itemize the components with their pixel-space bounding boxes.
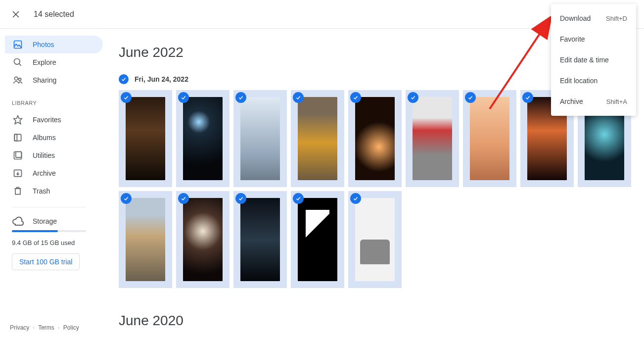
- svg-rect-8: [14, 134, 21, 141]
- utilities-icon: [12, 149, 24, 161]
- svg-rect-11: [16, 152, 22, 158]
- sidebar-item-label: Utilities: [33, 151, 55, 159]
- photo-image: [183, 198, 223, 281]
- context-menu-label: Edit date & time: [560, 56, 609, 64]
- storage-bar: [12, 230, 86, 232]
- sidebar-item-label: Albums: [33, 134, 56, 142]
- terms-link[interactable]: Terms: [38, 324, 54, 331]
- cloud-icon: [12, 215, 24, 227]
- footer-links: Privacy · Terms · Policy: [10, 324, 79, 331]
- date-label: Fri, Jun 24, 2022: [135, 75, 188, 83]
- archive-icon: [12, 167, 24, 179]
- album-icon: [12, 132, 24, 144]
- selection-header: 14 selected: [0, 0, 644, 29]
- selection-check-icon[interactable]: [121, 92, 132, 103]
- photo-thumbnail[interactable]: [119, 90, 172, 187]
- photo-image: [126, 97, 165, 180]
- photo-image: [355, 198, 395, 281]
- context-menu-label: Edit location: [560, 77, 598, 85]
- svg-marker-7: [14, 116, 22, 124]
- selection-check-icon[interactable]: [235, 193, 246, 204]
- selection-check-icon[interactable]: [121, 193, 132, 204]
- context-menu-label: Favorite: [560, 35, 585, 43]
- group-title: June 2020: [119, 313, 634, 329]
- sidebar-item-label: Favorites: [33, 116, 61, 124]
- sidebar-item-label: Sharing: [33, 76, 56, 84]
- photo-thumbnail[interactable]: [463, 90, 516, 187]
- sidebar-item-trash[interactable]: Trash: [5, 182, 103, 200]
- svg-line-4: [19, 64, 21, 66]
- selection-check-icon[interactable]: [293, 92, 304, 103]
- sidebar-item-utilities[interactable]: Utilities: [5, 146, 103, 164]
- context-menu-item-edit-location[interactable]: Edit location: [551, 70, 636, 91]
- search-icon: [12, 56, 24, 68]
- svg-rect-9: [14, 134, 17, 141]
- photo-image: [183, 97, 223, 180]
- selection-check-icon[interactable]: [235, 92, 246, 103]
- selection-check-icon[interactable]: [465, 92, 476, 103]
- photo-image: [126, 198, 165, 281]
- library-section-label: LIBRARY: [5, 89, 109, 111]
- sidebar-item-explore[interactable]: Explore: [5, 53, 103, 71]
- sidebar-item-label: Explore: [33, 58, 56, 66]
- photo-thumbnail[interactable]: [291, 191, 344, 288]
- privacy-link[interactable]: Privacy: [10, 324, 29, 331]
- photo-image: [413, 97, 452, 180]
- context-menu-item-edit-date-time[interactable]: Edit date & time: [551, 49, 636, 70]
- trash-icon: [12, 185, 24, 197]
- sidebar-item-sharing[interactable]: Sharing: [5, 71, 103, 89]
- photo-image: [240, 198, 280, 281]
- context-menu-shortcut: Shift+A: [606, 98, 627, 105]
- selection-check-icon[interactable]: [350, 92, 361, 103]
- sidebar-item-favorites[interactable]: Favorites: [5, 111, 103, 129]
- photo-image: [470, 97, 509, 180]
- context-menu: DownloadShift+DFavoriteEdit date & timeE…: [551, 4, 636, 116]
- svg-point-6: [19, 78, 21, 81]
- storage-used-text: 9.4 GB of 15 GB used: [12, 239, 109, 246]
- sidebar-item-storage[interactable]: Storage: [5, 207, 109, 230]
- sidebar-item-label: Storage: [33, 217, 57, 225]
- photo-image: [355, 97, 395, 180]
- svg-point-5: [14, 77, 18, 80]
- sidebar-item-label: Photos: [33, 41, 54, 49]
- sidebar-item-albums[interactable]: Albums: [5, 129, 103, 146]
- selection-check-icon[interactable]: [408, 92, 418, 103]
- image-icon: [12, 39, 24, 50]
- photo-thumbnail[interactable]: [233, 90, 287, 187]
- sidebar-item-photos[interactable]: Photos: [5, 36, 103, 53]
- photo-thumbnail[interactable]: [176, 191, 230, 288]
- selection-check-icon[interactable]: [522, 92, 533, 103]
- svg-point-3: [14, 59, 20, 65]
- policy-link[interactable]: Policy: [63, 324, 79, 331]
- photo-thumbnail[interactable]: [348, 90, 402, 187]
- date-select-check-icon[interactable]: [119, 74, 129, 84]
- selection-check-icon[interactable]: [178, 193, 189, 204]
- context-menu-label: Archive: [560, 97, 583, 105]
- photo-thumbnail[interactable]: [119, 191, 172, 288]
- context-menu-item-archive[interactable]: ArchiveShift+A: [551, 91, 636, 112]
- selection-check-icon[interactable]: [350, 193, 361, 204]
- photo-thumbnail[interactable]: [406, 90, 459, 187]
- context-menu-shortcut: Shift+D: [606, 15, 627, 22]
- sidebar-item-label: Archive: [33, 169, 56, 177]
- svg-rect-10: [14, 152, 22, 159]
- people-icon: [12, 74, 24, 86]
- photo-thumbnail[interactable]: [233, 191, 287, 288]
- context-menu-label: Download: [560, 14, 591, 22]
- start-trial-button[interactable]: Start 100 GB trial: [12, 253, 80, 270]
- photo-thumbnail[interactable]: [176, 90, 230, 187]
- photo-image: [298, 198, 337, 281]
- selection-check-icon[interactable]: [178, 92, 189, 103]
- photo-thumbnail[interactable]: [348, 191, 402, 288]
- selection-count: 14 selected: [34, 10, 74, 19]
- thumbnail-grid: [119, 90, 634, 288]
- selection-check-icon[interactable]: [293, 193, 304, 204]
- context-menu-item-favorite[interactable]: Favorite: [551, 29, 636, 49]
- photo-image: [298, 97, 337, 180]
- sidebar: Photos Explore Sharing LIBRARY Favorites…: [0, 36, 109, 270]
- sidebar-item-archive[interactable]: Archive: [5, 164, 103, 182]
- star-icon: [12, 114, 24, 126]
- close-icon[interactable]: [10, 8, 22, 20]
- photo-thumbnail[interactable]: [291, 90, 344, 187]
- context-menu-item-download[interactable]: DownloadShift+D: [551, 8, 636, 29]
